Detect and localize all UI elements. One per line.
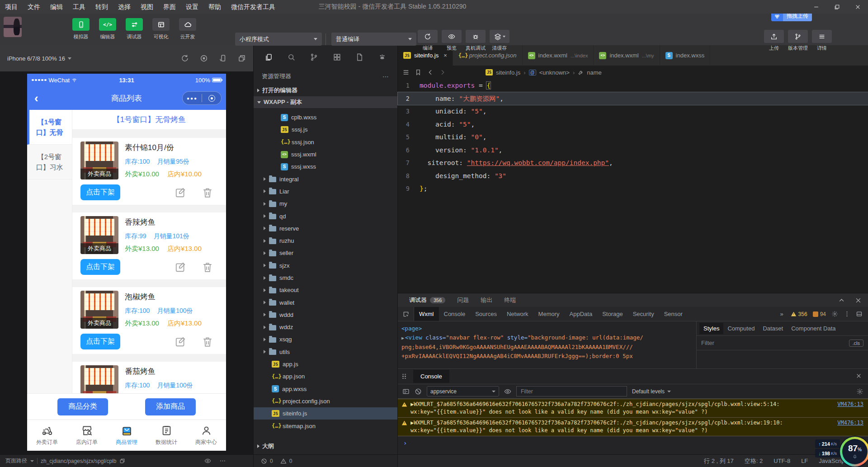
drag-handle-icon[interactable]	[402, 374, 406, 379]
devtools-tab-AppData[interactable]: AppData	[565, 307, 598, 321]
toolbar-phone-button[interactable]: 模拟器	[70, 18, 92, 40]
menu-item[interactable]: 工具	[68, 0, 90, 14]
tab-person[interactable]: 商家中心	[186, 420, 226, 451]
menu-item[interactable]: 文件	[23, 0, 45, 14]
file-cplb.wxss[interactable]: Scplb.wxss	[254, 111, 397, 123]
status-item[interactable]: LF	[801, 458, 808, 464]
console-tab[interactable]: Console	[413, 370, 449, 383]
category-item[interactable]: 【2号窗口】习水	[27, 145, 72, 179]
console-filter-input[interactable]: Filter	[516, 386, 627, 396]
edit-icon[interactable]	[175, 187, 186, 198]
code-editor[interactable]: 1⌄module.exports = {2 name: "大鹏资源网",3 un…	[398, 79, 868, 293]
path-label[interactable]: 页面路径	[5, 457, 27, 465]
action-refresh-button[interactable]: 编译	[417, 30, 439, 52]
breadcrumb-prop[interactable]: name	[587, 69, 602, 76]
files-icon[interactable]	[264, 53, 273, 61]
editor-tab-index.wxml[interactable]: <>index.wxml...\my	[594, 45, 660, 66]
close-button[interactable]	[847, 0, 868, 14]
menu-item[interactable]: 帮助	[203, 0, 226, 14]
take-down-button[interactable]: 点击下架	[80, 184, 120, 200]
debugger-tab-问题[interactable]: 问题	[457, 296, 469, 304]
trash-icon[interactable]	[202, 336, 213, 348]
toolbar-hamburger-button[interactable]: 详情	[811, 30, 833, 52]
inspect-element-icon[interactable]	[402, 311, 410, 318]
avatar[interactable]	[4, 17, 22, 37]
category-manage-button[interactable]: 商品分类	[57, 398, 108, 415]
bookmark-icon[interactable]	[415, 69, 422, 76]
file-app.json[interactable]: {…}app.json	[254, 370, 397, 382]
devtools-tab-Network[interactable]: Network	[502, 307, 533, 321]
code-line-3[interactable]: 3 uniacid: "5",	[398, 105, 868, 118]
console-prompt[interactable]: ›	[398, 436, 868, 447]
file-wddd[interactable]: wddd	[254, 309, 397, 321]
menu-item[interactable]: 转到	[90, 0, 113, 14]
paw-icon[interactable]	[378, 53, 387, 61]
open-editors-section[interactable]: 打开的编辑器	[254, 84, 397, 96]
file-integral[interactable]: integral	[254, 173, 397, 185]
breadcrumb-node[interactable]: <unknown>	[539, 69, 570, 76]
back-arrow-icon[interactable]	[427, 69, 434, 76]
source-link[interactable]: VM476:13	[837, 401, 863, 408]
tab-bag[interactable]: 商品管理	[107, 420, 146, 451]
file-qd[interactable]: qd	[254, 210, 397, 222]
debugger-tab-输出[interactable]: 输出	[481, 296, 492, 304]
compile-select[interactable]: 普通编译	[331, 33, 416, 46]
styles-filter-input[interactable]: Filter	[701, 340, 714, 346]
tab-shop[interactable]: 店内订单	[67, 420, 107, 451]
styles-tab-Dataset[interactable]: Dataset	[759, 323, 787, 334]
errors-icon[interactable]	[261, 458, 267, 464]
refresh-icon[interactable]	[181, 54, 189, 62]
outline-list-icon[interactable]	[402, 69, 410, 76]
gear-icon[interactable]	[831, 311, 838, 317]
file-seller[interactable]: seller	[254, 247, 397, 259]
multi-window-icon[interactable]	[238, 54, 246, 62]
console-sidebar-icon[interactable]	[402, 388, 410, 395]
action-layers-button[interactable]: 清缓存	[489, 30, 510, 52]
code-line-6[interactable]: 6 version: "1.0.1",	[398, 144, 868, 157]
file-xsqg[interactable]: xsqg	[254, 333, 397, 345]
grid-icon[interactable]	[333, 53, 341, 61]
menu-item[interactable]: 编辑	[45, 0, 68, 14]
project-section[interactable]: WXAPP - 副本	[254, 96, 397, 108]
more-tabs-icon[interactable]: »	[780, 311, 782, 317]
code-line-8[interactable]: 8 design_method: "3"	[398, 170, 868, 183]
log-levels-select[interactable]: Default levels	[632, 388, 671, 395]
outline-section[interactable]: 大纲	[254, 440, 397, 452]
add-product-button[interactable]: 添加商品	[145, 398, 196, 415]
code-line-4[interactable]: 4 acid: "5",	[398, 118, 868, 131]
toolbar-code-button[interactable]: </>编辑器	[97, 18, 118, 40]
file-Liar[interactable]: Liar	[254, 185, 397, 198]
filedoc-icon[interactable]	[355, 53, 364, 61]
file-app.wxss[interactable]: Sapp.wxss	[254, 383, 397, 395]
capsule-menu[interactable]: ●●●	[182, 91, 222, 105]
status-item[interactable]: UTF-8	[774, 458, 790, 464]
more-dots-icon[interactable]: ●●●	[183, 96, 202, 101]
kebab-icon[interactable]	[844, 311, 850, 317]
console-warning[interactable]: ▶WXMLRT_$7a685f636a6469616e632f706167657…	[398, 418, 868, 436]
devtools-tab-Security[interactable]: Security	[628, 307, 659, 321]
stop-icon[interactable]	[200, 54, 208, 62]
menu-item[interactable]: 设置	[181, 0, 203, 14]
code-line-9[interactable]: 9};	[398, 182, 868, 195]
edit-icon[interactable]	[175, 261, 186, 273]
menu-item[interactable]: 视图	[136, 0, 158, 14]
action-eye-button[interactable]: 预览	[441, 30, 462, 52]
status-item[interactable]: 行 2 , 列 17	[704, 457, 734, 465]
menu-item[interactable]: 界面	[158, 0, 181, 14]
breadcrumb-file[interactable]: siteinfo.js	[496, 69, 520, 76]
status-item[interactable]: 空格: 2	[745, 457, 763, 465]
menu-item[interactable]: 选择	[113, 0, 136, 14]
context-select[interactable]: appservice	[427, 386, 499, 396]
menu-item[interactable]: 项目	[0, 0, 23, 14]
trash-icon[interactable]	[202, 261, 213, 273]
console-settings-icon[interactable]	[856, 388, 863, 395]
branch-icon[interactable]	[310, 53, 318, 61]
warnings-icon[interactable]	[280, 458, 287, 464]
code-line-7[interactable]: 7 siteroot: "https://wq.wobbt.com/app/in…	[398, 156, 868, 170]
take-down-button[interactable]: 点击下架	[80, 334, 120, 349]
file-sjzx[interactable]: sjzx	[254, 259, 397, 272]
debugger-tab-调试器[interactable]: 调试器356	[409, 296, 445, 304]
file-siteinfo.js[interactable]: JSsiteinfo.js	[254, 407, 397, 420]
mode-select[interactable]: 小程序模式	[235, 33, 322, 46]
editor-tab-index.wxss[interactable]: Sindex.wxss	[660, 45, 711, 66]
